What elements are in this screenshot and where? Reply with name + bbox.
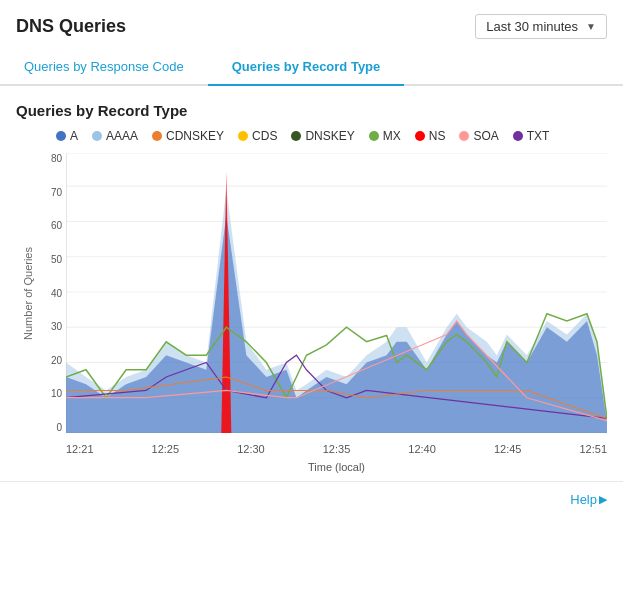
legend-item-soa: SOA [459, 129, 498, 143]
legend-label-dnskey: DNSKEY [305, 129, 354, 143]
legend-item-a: A [56, 129, 78, 143]
legend-item-mx: MX [369, 129, 401, 143]
page-header: DNS Queries Last 30 minutes ▼ [0, 0, 623, 49]
legend-dot-cdnskey [152, 131, 162, 141]
y-tick-70: 70 [51, 187, 62, 198]
y-tick-0: 0 [56, 422, 62, 433]
legend-label-cdnskey: CDNSKEY [166, 129, 224, 143]
x-label-1240: 12:40 [408, 443, 436, 455]
dropdown-label: Last 30 minutes [486, 19, 578, 34]
legend-label-aaaa: AAAA [106, 129, 138, 143]
legend-label-mx: MX [383, 129, 401, 143]
tab-response-code[interactable]: Queries by Response Code [0, 49, 208, 86]
y-tick-60: 60 [51, 220, 62, 231]
x-label-1235: 12:35 [323, 443, 351, 455]
chart-svg [66, 153, 607, 433]
chart-svg-container [66, 153, 607, 433]
y-tick-10: 10 [51, 388, 62, 399]
x-axis-labels: 12:21 12:25 12:30 12:35 12:40 12:45 12:5… [66, 443, 607, 455]
legend-label-a: A [70, 129, 78, 143]
chart-legend: A AAAA CDNSKEY CDS DNSKEY MX NS SOA [16, 129, 607, 143]
legend-dot-ns [415, 131, 425, 141]
legend-label-ns: NS [429, 129, 446, 143]
tab-record-type[interactable]: Queries by Record Type [208, 49, 405, 86]
help-link[interactable]: Help ▶ [570, 492, 607, 507]
x-label-1221: 12:21 [66, 443, 94, 455]
y-tick-80: 80 [51, 153, 62, 164]
y-tick-40: 40 [51, 288, 62, 299]
page-title: DNS Queries [16, 16, 126, 37]
legend-item-txt: TXT [513, 129, 550, 143]
x-label-1225: 12:25 [152, 443, 180, 455]
svg-marker-11 [66, 215, 607, 433]
legend-label-soa: SOA [473, 129, 498, 143]
x-axis-title: Time (local) [66, 461, 607, 473]
legend-item-cdnskey: CDNSKEY [152, 129, 224, 143]
chart-section: Queries by Record Type A AAAA CDNSKEY CD… [0, 86, 623, 473]
y-axis-label: Number of Queries [22, 247, 34, 340]
legend-item-ns: NS [415, 129, 446, 143]
y-tick-20: 20 [51, 355, 62, 366]
x-label-1245: 12:45 [494, 443, 522, 455]
time-range-dropdown[interactable]: Last 30 minutes ▼ [475, 14, 607, 39]
legend-dot-soa [459, 131, 469, 141]
legend-dot-dnskey [291, 131, 301, 141]
legend-dot-mx [369, 131, 379, 141]
legend-dot-aaaa [92, 131, 102, 141]
legend-label-txt: TXT [527, 129, 550, 143]
legend-dot-a [56, 131, 66, 141]
chart-title: Queries by Record Type [16, 102, 607, 119]
legend-label-cds: CDS [252, 129, 277, 143]
legend-item-aaaa: AAAA [92, 129, 138, 143]
x-label-1251: 12:51 [579, 443, 607, 455]
tab-bar: Queries by Response Code Queries by Reco… [0, 49, 623, 86]
legend-item-dnskey: DNSKEY [291, 129, 354, 143]
help-label: Help [570, 492, 597, 507]
legend-item-cds: CDS [238, 129, 277, 143]
legend-dot-txt [513, 131, 523, 141]
chart-area: Number of Queries [16, 153, 607, 473]
y-tick-30: 30 [51, 321, 62, 332]
dropdown-arrow-icon: ▼ [586, 21, 596, 32]
y-tick-50: 50 [51, 254, 62, 265]
page-footer: Help ▶ [0, 481, 623, 517]
legend-dot-cds [238, 131, 248, 141]
help-arrow-icon: ▶ [599, 493, 607, 506]
x-label-1230: 12:30 [237, 443, 265, 455]
